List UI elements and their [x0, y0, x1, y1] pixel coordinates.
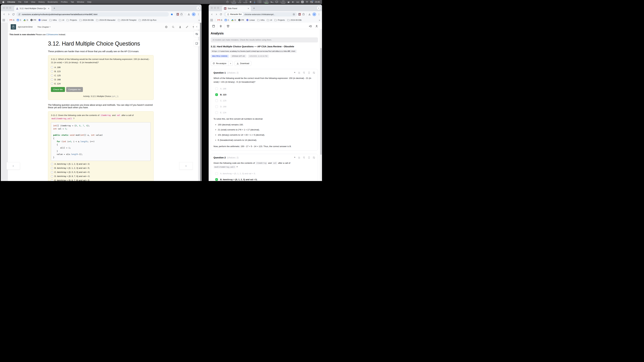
window-controls[interactable] — [3, 7, 11, 9]
address-bar[interactable]: Marauder Bot chrome-extension://nhkkaken… — [224, 12, 297, 16]
browser-tab[interactable]: 3.12. Hard Multiple Choice Qu ✕ — [14, 6, 51, 11]
radio-icon[interactable] — [51, 163, 53, 165]
bookmark-gmail[interactable]: G — [218, 19, 222, 21]
q2-option-d[interactable]: D. itemArray = {9, 8, 7, 6} and val = 3; — [51, 175, 150, 177]
checkbox-icon[interactable] — [215, 87, 218, 90]
checkbox-icon[interactable] — [215, 111, 218, 114]
bookmark-star-icon[interactable] — [292, 13, 295, 15]
radio-icon[interactable] — [51, 70, 53, 72]
tab-archive[interactable] — [224, 23, 232, 29]
power-status-icon[interactable] — [226, 1, 228, 3]
downloads-button[interactable] — [187, 12, 190, 16]
zoom-window-button[interactable] — [9, 7, 11, 9]
thumbs-up-icon[interactable] — [298, 156, 300, 159]
q1-option-e[interactable]: E. 124 — [51, 82, 150, 85]
q1-choice-b[interactable]: ✓B. 123 — [215, 93, 315, 96]
input-source-icon[interactable]: A — [301, 1, 304, 3]
q1-option-d[interactable]: D. 168 — [51, 78, 150, 81]
panel-scrollbar-track[interactable] — [320, 29, 322, 181]
tab-pages[interactable] — [210, 23, 217, 29]
q1-choice-e[interactable]: E. 124 — [215, 111, 315, 114]
apple-icon[interactable] — [2, 1, 4, 3]
fan-status-icon[interactable] — [254, 1, 256, 3]
extension-name-chip[interactable]: Marauder Bot — [226, 12, 243, 16]
zoom-window-button[interactable] — [217, 7, 219, 9]
bookmark-folder-projects[interactable]: Projects — [66, 19, 77, 21]
tab-search-button[interactable]: ∨ — [317, 6, 320, 10]
apps-grid-icon[interactable] — [3, 19, 5, 21]
bookmark-github[interactable]: PR — [30, 19, 36, 21]
menubar-app-name[interactable]: Chrome — [8, 1, 15, 3]
download-analysis-button[interactable]: Download — [234, 61, 252, 66]
slash-square-icon[interactable] — [313, 156, 315, 159]
extensions-pill[interactable]: ma — [175, 12, 184, 16]
q2-option-b[interactable]: B. itemArray = {0, 1, 2, 3} and val = 5; — [51, 167, 150, 169]
reanalyze-dropdown[interactable]: ∨ — [228, 61, 233, 66]
new-tab-button[interactable]: + — [253, 6, 255, 10]
bookmarks-overflow-icon[interactable]: » — [198, 19, 200, 21]
q1-choice-d[interactable]: D. 168 — [215, 105, 315, 108]
check-me-button[interactable]: Check Me — [51, 87, 65, 92]
tab-close-icon[interactable]: ✕ — [247, 7, 249, 9]
panel-scrollbar-thumb[interactable] — [320, 48, 322, 155]
menubar-clock[interactable]: 23:45 — [315, 1, 320, 3]
reload-button[interactable] — [219, 13, 222, 16]
radio-icon[interactable] — [51, 78, 53, 81]
bookmark-linear[interactable]: Linear — [246, 19, 255, 21]
q2-choice-a[interactable]: A. itemArray = {0, 1, 2, 3} and val = 3; — [215, 172, 315, 175]
page-scrollbar[interactable] — [200, 23, 201, 181]
collapse-card-icon[interactable]: ^ — [294, 156, 295, 159]
glasses-icon[interactable] — [296, 1, 299, 3]
bookmark-folder-2024-05[interactable]: 2024-05 Marauder — [96, 19, 116, 21]
apps-grid-icon[interactable] — [210, 19, 213, 21]
reanalyze-button[interactable]: Re-analyze — [211, 61, 228, 66]
bookmark-star-icon[interactable] — [170, 12, 174, 16]
forward-button[interactable] — [215, 13, 218, 16]
checkbox-icon[interactable] — [215, 99, 218, 102]
url-text[interactable]: runestone.academy/ns/books/published/apc… — [22, 13, 97, 15]
extensions-puzzle-icon[interactable] — [180, 13, 183, 15]
q2-option-a[interactable]: A. itemArray = {0, 1, 2, 3} and val = 3; — [51, 163, 150, 165]
downloads-button[interactable] — [308, 13, 311, 16]
tab-analysis-robot[interactable] — [217, 23, 224, 29]
account-icon[interactable] — [315, 25, 318, 28]
window-controls[interactable] — [211, 7, 219, 9]
bookmark-folder-2024-08[interactable]: 2024-08 83b — [287, 19, 302, 21]
bookmark-linear[interactable]: Linear — [38, 19, 47, 21]
analyzed-doc-url[interactable]: https://runestone.academy/ns/books/publi… — [211, 50, 297, 53]
door-icon[interactable] — [308, 156, 310, 159]
minimize-window-button[interactable] — [6, 7, 8, 9]
marauder-extension-icon[interactable]: ma — [176, 13, 179, 15]
next-page-button[interactable]: › — [179, 162, 193, 170]
bookmark-folder-infra[interactable]: Infra — [257, 19, 264, 21]
radio-icon[interactable] — [51, 82, 53, 85]
menubar-item-window[interactable]: Window — [77, 1, 84, 3]
megaphone-icon[interactable] — [309, 25, 312, 28]
bookmark-folder-infra[interactable]: Infra — [49, 19, 56, 21]
bookmark-folder-2024-08[interactable]: 2024-08 83b — [80, 19, 94, 21]
browser-tab[interactable]: ma Side Panel ✕ — [222, 6, 251, 11]
search-icon[interactable] — [172, 26, 174, 28]
thumbs-down-icon[interactable] — [303, 156, 305, 159]
menubar-item-help[interactable]: Help — [87, 1, 92, 3]
site-brand[interactable]: apcsareview — [18, 25, 33, 28]
menubar-item-view[interactable]: View — [31, 1, 35, 3]
bookmark-folder-ui[interactable]: UI — [267, 19, 272, 21]
checkbox-checked-icon[interactable]: ✓ — [215, 178, 218, 181]
profile-avatar[interactable] — [312, 12, 316, 16]
csawesome-link[interactable]: CSAwesome — [46, 33, 58, 36]
radio-icon[interactable] — [51, 175, 53, 177]
q1-option-a[interactable]: A. 186 — [51, 66, 150, 68]
close-window-button[interactable] — [211, 7, 213, 9]
site-logo[interactable] — [11, 24, 16, 29]
q1-option-c[interactable]: C. 125 — [51, 74, 150, 77]
tab-close-icon[interactable]: ✕ — [48, 7, 50, 9]
menubar-item-history[interactable]: History — [38, 1, 44, 3]
bookmark-calendar[interactable]: C — [17, 19, 21, 21]
browser-menu-button[interactable] — [197, 13, 200, 16]
checkbox-icon[interactable] — [215, 172, 218, 175]
thumbs-up-icon[interactable] — [298, 71, 300, 74]
back-button[interactable] — [210, 13, 214, 16]
checkbox-checked-icon[interactable]: ✓ — [215, 93, 218, 96]
prev-page-button[interactable]: ‹ — [6, 162, 20, 170]
